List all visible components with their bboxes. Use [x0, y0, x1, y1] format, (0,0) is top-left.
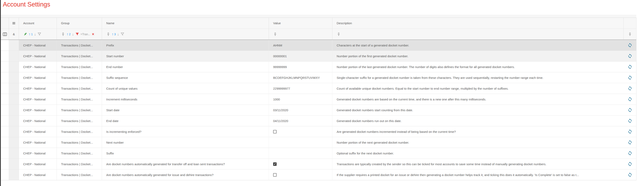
value-text: 1000	[273, 98, 280, 101]
group-cell: Transactions | Docket...	[56, 169, 102, 180]
refresh-icon[interactable]	[628, 172, 632, 177]
refresh-icon[interactable]	[628, 118, 632, 123]
split-columns-button[interactable]	[1, 29, 9, 40]
refresh-icon[interactable]	[628, 108, 632, 112]
actions-cell	[624, 126, 636, 137]
value-checkbox-checked[interactable]: ✓	[273, 162, 276, 166]
filter-funnel-icon[interactable]	[38, 32, 41, 36]
filter-value-text: =Tran...	[80, 33, 90, 36]
refresh-icon[interactable]	[628, 97, 632, 102]
value-cell: 04/11/2020 ✓	[269, 115, 332, 126]
pinned-column-icon[interactable]	[23, 32, 27, 36]
actions-cell	[624, 105, 636, 115]
column-header-description[interactable]: Description	[332, 18, 624, 29]
split-columns-icon	[3, 32, 7, 37]
table-row[interactable]: CHEP - National Transactions | Docket...…	[1, 115, 636, 126]
row-gutter-cell	[1, 148, 9, 158]
description-cell: If the supplier requires a printed docke…	[332, 169, 624, 180]
filter-cell-value	[269, 29, 332, 40]
column-header-account[interactable]: Account	[19, 18, 56, 29]
account-cell: CHEP - National	[19, 148, 56, 158]
column-header-actions	[624, 18, 636, 29]
filter-logic-operator[interactable]: &	[9, 29, 19, 40]
setting-name-cell: Is incrementing enforced?	[102, 126, 269, 137]
sort-descending-icon[interactable]: ↓	[117, 32, 119, 36]
refresh-icon[interactable]	[628, 75, 632, 80]
group-cell: Transactions | Docket...	[56, 126, 102, 137]
filter-cell-description	[332, 29, 624, 40]
table-row[interactable]: CHEP - National Transactions | Docket...…	[1, 51, 636, 62]
column-header-group[interactable]: Group	[56, 18, 102, 29]
group-cell: Transactions | Docket...	[56, 51, 102, 61]
table-row[interactable]: CHEP - National Transactions | Docket...…	[1, 105, 636, 115]
value-text: 99999999	[273, 65, 287, 69]
table-row[interactable]: CHEP - National Transactions | Docket...…	[1, 148, 636, 159]
description-cell: Optional suffix for the next docket numb…	[332, 148, 624, 158]
value-cell: ✓	[269, 148, 332, 158]
group-cell: Transactions | Docket...	[56, 137, 102, 148]
refresh-icon[interactable]	[628, 161, 632, 166]
filter-funnel-icon[interactable]	[120, 32, 124, 36]
pin-column-icon[interactable]	[106, 32, 110, 36]
row-gutter-cell	[1, 72, 9, 83]
grid-filter-row: & ↑1 ↓ ↑2 ↓ =Tran... ✕ ↑3 ↓	[1, 29, 636, 40]
pin-column-icon[interactable]	[337, 32, 341, 36]
row-gutter-cell	[1, 40, 9, 51]
group-cell: Transactions | Docket...	[56, 62, 102, 72]
pin-column-icon[interactable]	[273, 32, 277, 36]
refresh-icon[interactable]	[628, 129, 632, 134]
table-row[interactable]: CHEP - National Transactions | Docket...…	[1, 62, 636, 72]
table-row[interactable]: CHEP - National Transactions | Docket...…	[1, 40, 636, 51]
filter-cell-group: ↑2 ↓ =Tran... ✕	[56, 29, 102, 40]
refresh-icon[interactable]	[628, 54, 632, 59]
sort-rank-badge: 1	[31, 33, 33, 36]
value-text: 2299999977	[273, 87, 290, 90]
column-header-name[interactable]: Name	[102, 18, 269, 29]
row-gutter-cell	[1, 83, 9, 94]
row-gutter-cell	[1, 105, 9, 115]
refresh-icon[interactable]	[628, 64, 632, 69]
grid-right-edge	[636, 18, 636, 180]
value-cell: ✓	[269, 169, 332, 180]
refresh-icon[interactable]	[628, 43, 632, 48]
account-cell: CHEP - National	[19, 137, 56, 148]
sort-ascending-icon[interactable]: ↑	[66, 32, 68, 36]
account-cell: CHEP - National	[19, 94, 56, 104]
sort-descending-icon[interactable]: ↓	[72, 32, 74, 36]
account-cell: CHEP - National	[19, 159, 56, 169]
refresh-icon[interactable]	[628, 151, 632, 156]
table-row[interactable]: CHEP - National Transactions | Docket...…	[1, 137, 636, 148]
group-cell: Transactions | Docket...	[56, 40, 102, 51]
table-row[interactable]: CHEP - National Transactions | Docket...…	[1, 72, 636, 83]
row-handle-cell	[9, 62, 19, 72]
value-checkbox-unchecked[interactable]	[273, 130, 276, 133]
description-cell: Generated docket numbers run out on this…	[332, 115, 624, 126]
table-row[interactable]: CHEP - National Transactions | Docket...…	[1, 159, 636, 169]
value-cell: 1000 ✓	[269, 94, 332, 104]
account-cell: CHEP - National	[19, 72, 56, 83]
value-cell: ✓	[269, 159, 332, 169]
table-row[interactable]: CHEP - National Transactions | Docket...…	[1, 83, 636, 94]
column-menu-button[interactable]	[9, 18, 19, 29]
row-handle-cell	[9, 148, 19, 158]
description-cell: Number portion of the last generated doc…	[332, 62, 624, 72]
clear-filter-icon[interactable]: ✕	[92, 32, 94, 36]
table-row[interactable]: CHEP - National Transactions | Docket...…	[1, 169, 636, 180]
description-cell: Characters at the start of a generated d…	[332, 40, 624, 51]
description-cell: Number portion of the next generated doc…	[332, 137, 624, 148]
pin-column-icon[interactable]	[61, 32, 65, 36]
table-row[interactable]: CHEP - National Transactions | Docket...…	[1, 94, 636, 105]
pin-column-icon[interactable]	[628, 32, 632, 36]
refresh-icon[interactable]	[628, 140, 632, 145]
row-gutter-cell	[1, 62, 9, 72]
sort-ascending-icon[interactable]: ↑	[29, 32, 30, 36]
table-row[interactable]: CHEP - National Transactions | Docket...…	[1, 126, 636, 137]
sort-descending-icon[interactable]: ↓	[34, 32, 36, 36]
row-gutter-cell	[1, 51, 9, 61]
value-checkbox-unchecked[interactable]	[273, 173, 276, 177]
refresh-icon[interactable]	[628, 86, 632, 91]
active-filter-funnel-icon[interactable]	[75, 32, 79, 36]
actions-cell	[624, 51, 636, 61]
sort-ascending-icon[interactable]: ↑	[112, 32, 114, 36]
column-header-value[interactable]: Value	[269, 18, 332, 29]
